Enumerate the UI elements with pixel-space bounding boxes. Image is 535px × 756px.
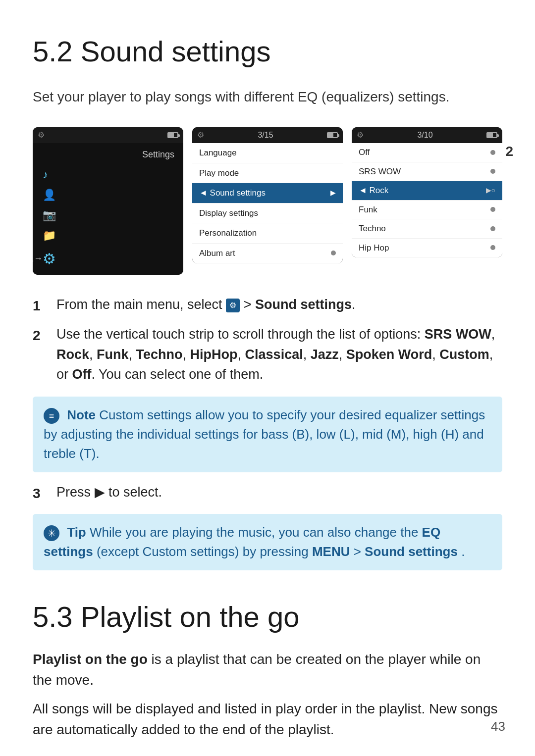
gear-icon-inline: ⚙ [226,299,240,312]
step-1-num: 1 [33,295,48,316]
note-icon: ≡ [44,408,59,424]
menu-item-sound-settings-label: ◄ Sound settings [199,187,266,200]
eq-item-techno: Techno [352,219,502,239]
menu-item-sound-settings: ◄ Sound settings ▶ [192,183,343,203]
screen2-count: 3/15 [258,129,273,141]
eq-item-off: Off [352,143,502,162]
eq-hiphop-dot [490,245,495,250]
tip-sound-bold: Sound settings [365,544,458,559]
eq-item-rock: ◄ Rock ▶○ [352,181,502,201]
section-53-title: 5.3 Playlist on the go [33,595,502,638]
eq-item-hiphop: Hip Hop [352,239,502,258]
step-1-text: From the main menu, select ⚙ > Sound set… [56,295,355,315]
screen1-icon-gear-selected: 1→ ⚙ [43,248,176,270]
step-2-num: 2 [33,324,48,346]
music-icon: ♪ [43,166,48,183]
device-screen-2: ⚙ 3/15 Language Play mode ◄ Sound settin… [192,127,343,263]
menu-item-personalization-label: Personalization [199,227,257,240]
step-2-text: Use the vertical touch strip to scroll t… [56,324,502,385]
eq-item-srswow: SRS WOW [352,162,502,182]
screen1-settings-label: Settings [40,148,176,161]
screen2-body: Language Play mode ◄ Sound settings ▶ Di… [192,143,343,263]
screen1-icon-camera: 📷 [43,207,176,223]
screen2-wrapper: ⚙ 3/15 Language Play mode ◄ Sound settin… [192,127,343,263]
person-icon: 👤 [43,187,56,203]
screen2-battery [327,132,338,138]
section-52-title: 5.2 Sound settings [33,30,502,73]
eq-item-funk-label: Funk [359,203,377,216]
section-53-intro: Playlist on the go is a playlist that ca… [33,649,502,691]
menu-item-albumart-label: Album art [199,247,235,260]
step-badge-2: 2 [505,141,513,162]
eq-item-techno-label: Techno [359,222,386,235]
screen3-count: 3/10 [417,129,432,141]
step-3-num: 3 [33,482,48,504]
eq-off-dot [490,150,495,155]
menu-item-display: Display settings [192,203,343,224]
menu-item-language-label: Language [199,147,237,159]
eq-techno-dot [490,226,495,231]
eq-item-hiphop-label: Hip Hop [359,242,389,254]
eq-item-off-label: Off [359,146,370,159]
tip-box: ✳ Tip While you are playing the music, y… [33,514,502,570]
albumart-dot [331,251,336,255]
section-52-intro: Set your player to play songs with diffe… [33,87,502,107]
tip-label: Tip [67,525,86,540]
eq-srswow-dot [490,169,495,174]
note-text: Custom settings allow you to specify you… [44,407,485,461]
screen1-battery [167,132,178,138]
device-screen-3: ⚙ 3/10 Off SRS WOW ◄ Rock ▶○ Funk [352,127,502,257]
screen2-gear-icon: ⚙ [197,129,204,141]
screen1-wrapper: ⚙ Settings ♪ 👤 📷 📁 [33,127,183,275]
screen3-gear-icon: ⚙ [357,129,364,141]
selected-gear-icon: ⚙ [43,248,56,270]
screen1-icon-folder: 📁 [43,227,176,244]
page-number: 43 [491,717,505,736]
eq-rock-arrows: ▶○ [486,185,495,196]
screen3-header: ⚙ 3/10 [352,127,502,143]
note-box: ≡ Note Custom settings allow you to spec… [33,397,502,472]
tip-text2: (except Custom settings) by pressing [97,544,312,559]
screen3-body: Off SRS WOW ◄ Rock ▶○ Funk Techno [352,143,502,257]
step-1: 1 From the main menu, select ⚙ > Sound s… [33,295,502,316]
eq-item-rock-label: ◄ Rock [359,184,388,197]
device-screen-1: ⚙ Settings ♪ 👤 📷 📁 [33,127,183,275]
tip-text3: > [354,544,365,559]
camera-icon: 📷 [43,207,56,223]
tip-menu-bold: MENU [312,544,350,559]
screen1-gear-icon: ⚙ [38,129,45,141]
tip-text4: . [461,544,465,559]
sound-settings-arrow: ▶ [330,188,336,198]
menu-item-playmode: Play mode [192,163,343,184]
menu-item-playmode-label: Play mode [199,167,239,180]
step-3-text: Press ▶ to select. [56,482,162,503]
screen1-icon-person: 👤 [43,187,176,203]
tip-text1: While you are playing the music, you can… [90,525,422,540]
step-2: 2 Use the vertical touch strip to scroll… [33,324,502,385]
screen1-icon-music: ♪ [43,166,176,183]
step-3: 3 Press ▶ to select. [33,482,502,504]
eq-item-srswow-label: SRS WOW [359,165,401,178]
note-label: Note [67,407,96,422]
folder-icon: 📁 [43,227,56,244]
screen2-header: ⚙ 3/15 [192,127,343,143]
menu-item-personalization: Personalization [192,223,343,244]
steps-section: 1 From the main menu, select ⚙ > Sound s… [33,295,502,385]
eq-funk-dot [490,207,495,212]
eq-item-funk: Funk [352,201,502,220]
menu-item-albumart: Album art [192,244,343,264]
screen1-icons: ♪ 👤 📷 📁 1→ ⚙ [40,166,176,270]
screens-row: ⚙ Settings ♪ 👤 📷 📁 [33,127,502,275]
screen1-body: Settings ♪ 👤 📷 📁 1→ [33,143,183,275]
section-53-body: All songs will be displayed and listed i… [33,699,502,740]
playlist-bold: Playlist on the go [33,652,148,667]
menu-item-display-label: Display settings [199,207,258,220]
screen1-header: ⚙ [33,127,183,143]
tip-icon: ✳ [44,525,59,541]
screen3-battery [486,132,497,138]
menu-item-language: Language [192,143,343,163]
screen3-wrapper: ⚙ 3/10 Off SRS WOW ◄ Rock ▶○ Funk [352,127,502,257]
